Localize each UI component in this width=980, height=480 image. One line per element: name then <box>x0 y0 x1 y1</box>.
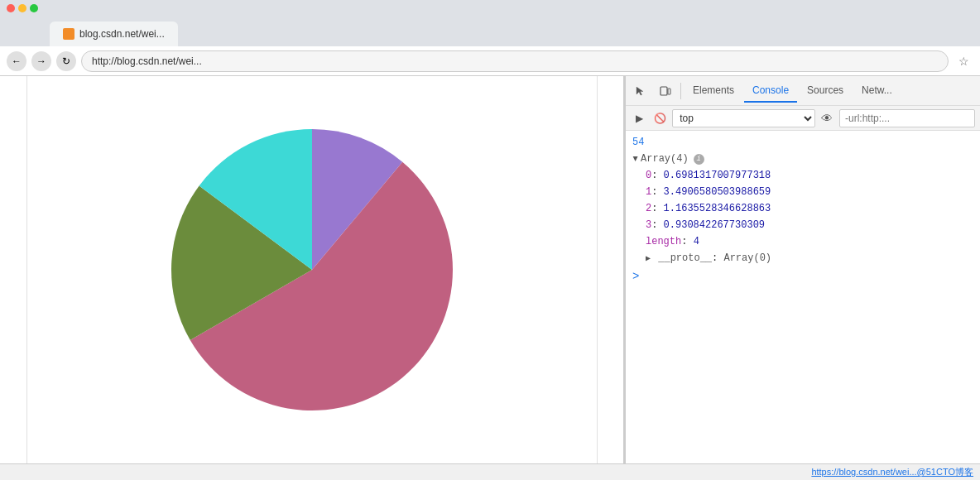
refresh-button[interactable]: ↻ <box>56 51 76 71</box>
run-script-button[interactable]: ▶ <box>631 109 648 127</box>
bookmark-button[interactable]: ☆ <box>954 51 973 71</box>
line-number: 54 <box>632 137 644 148</box>
item-val-3: 0.930842267730309 <box>664 219 765 231</box>
tab-console[interactable]: Console <box>744 79 797 103</box>
browser-tab-bar: blog.csdn.net/wei... <box>0 17 980 46</box>
eye-button[interactable]: 👁 <box>819 109 836 127</box>
expand-triangle[interactable]: ▶ <box>627 156 642 161</box>
console-output: 54 ▶ Array(4) i 0: 0.6981317007977318 1:… <box>626 131 980 463</box>
pie-chart <box>147 104 478 435</box>
close-dot <box>7 4 15 12</box>
item-val-1: 3.4906580503988659 <box>664 186 771 198</box>
device-icon-button[interactable] <box>654 79 677 103</box>
page-content <box>0 76 624 463</box>
length-val: 4 <box>694 236 699 247</box>
devtools-tabs: Elements Console Sources Netw... <box>626 76 980 106</box>
array-label: Array(4) <box>641 151 689 166</box>
tab-sources[interactable]: Sources <box>799 79 852 103</box>
context-select[interactable]: top <box>672 109 815 127</box>
clear-console-button[interactable]: 🚫 <box>651 109 669 127</box>
main-area: Elements Console Sources Netw... ▶ 🚫 top… <box>0 76 980 463</box>
array-proto[interactable]: ▶ __proto__: Array(0) <box>626 250 980 267</box>
tab-network[interactable]: Netw... <box>853 79 901 103</box>
console-prompt[interactable]: > <box>626 267 980 286</box>
tab-label: blog.csdn.net/wei... <box>79 28 165 40</box>
status-bar: https://blog.csdn.net/wei...@51CTO博客 <box>0 463 980 480</box>
page-frame <box>26 76 598 463</box>
array-item-2: 2: 1.1635528346628863 <box>626 200 980 217</box>
array-length: length: 4 <box>626 233 980 250</box>
svg-rect-0 <box>661 87 667 95</box>
devtools-toolbar: ▶ 🚫 top 👁 <box>626 106 980 131</box>
forward-button[interactable]: → <box>31 51 51 71</box>
info-icon: i <box>694 154 704 165</box>
cursor-icon-button[interactable] <box>629 79 652 103</box>
array-item-3: 3: 0.930842267730309 <box>626 217 980 233</box>
address-bar: ← → ↻ ☆ <box>0 46 980 76</box>
back-button[interactable]: ← <box>7 51 26 71</box>
status-url: https://blog.csdn.net/wei...@51CTO博客 <box>811 466 973 478</box>
item-val-0: 0.6981317007977318 <box>664 170 771 181</box>
proto-val: Array(0) <box>723 252 771 264</box>
tab-favicon <box>63 28 74 40</box>
length-key: length <box>646 236 681 247</box>
array-item-0: 0: 0.6981317007977318 <box>626 167 980 184</box>
address-input[interactable] <box>81 50 949 72</box>
array-header[interactable]: ▶ Array(4) i <box>626 151 980 167</box>
minimize-dot <box>18 4 26 12</box>
array-item-1: 1: 3.4906580503988659 <box>626 184 980 200</box>
filter-input[interactable] <box>839 109 975 127</box>
item-val-2: 1.1635528346628863 <box>664 203 771 214</box>
proto-label: __proto__ <box>658 252 712 264</box>
tab-separator <box>680 83 681 99</box>
maximize-dot <box>30 4 38 12</box>
browser-chrome <box>0 0 980 17</box>
devtools-panel: Elements Console Sources Netw... ▶ 🚫 top… <box>624 76 980 463</box>
browser-tab[interactable]: blog.csdn.net/wei... <box>50 22 178 46</box>
svg-rect-1 <box>668 89 670 94</box>
console-line-number: 54 <box>626 134 980 151</box>
tab-elements[interactable]: Elements <box>685 79 742 103</box>
